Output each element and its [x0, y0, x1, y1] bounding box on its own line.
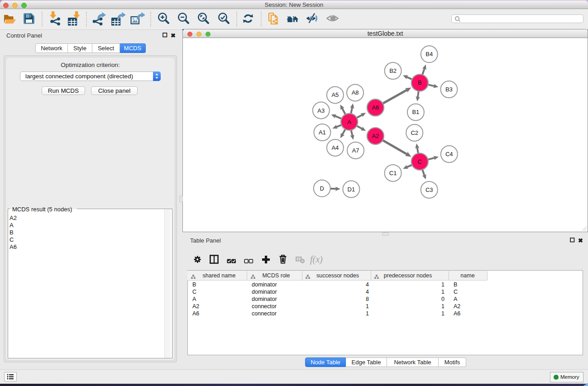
svg-text:A1: A1 [319, 129, 326, 136]
svg-text:C1: C1 [389, 170, 397, 176]
svg-text:A: A [347, 119, 351, 125]
svg-text:A7: A7 [352, 147, 359, 154]
svg-text:A5: A5 [331, 91, 339, 98]
svg-text:A2: A2 [372, 133, 379, 139]
svg-text:B4: B4 [425, 51, 433, 57]
svg-text:C3: C3 [425, 186, 433, 193]
svg-text:A4: A4 [331, 144, 339, 151]
svg-text:D1: D1 [348, 186, 355, 193]
svg-text:C4: C4 [445, 151, 453, 157]
svg-text:B1: B1 [412, 109, 419, 115]
svg-text:B2: B2 [389, 67, 397, 74]
svg-text:C: C [418, 158, 422, 165]
svg-text:D: D [320, 185, 324, 192]
svg-text:C2: C2 [411, 129, 418, 136]
svg-text:A6: A6 [372, 104, 379, 111]
svg-text:A3: A3 [317, 107, 325, 114]
svg-text:A8: A8 [352, 89, 359, 96]
svg-text:B: B [418, 79, 422, 86]
svg-text:B3: B3 [445, 86, 453, 93]
